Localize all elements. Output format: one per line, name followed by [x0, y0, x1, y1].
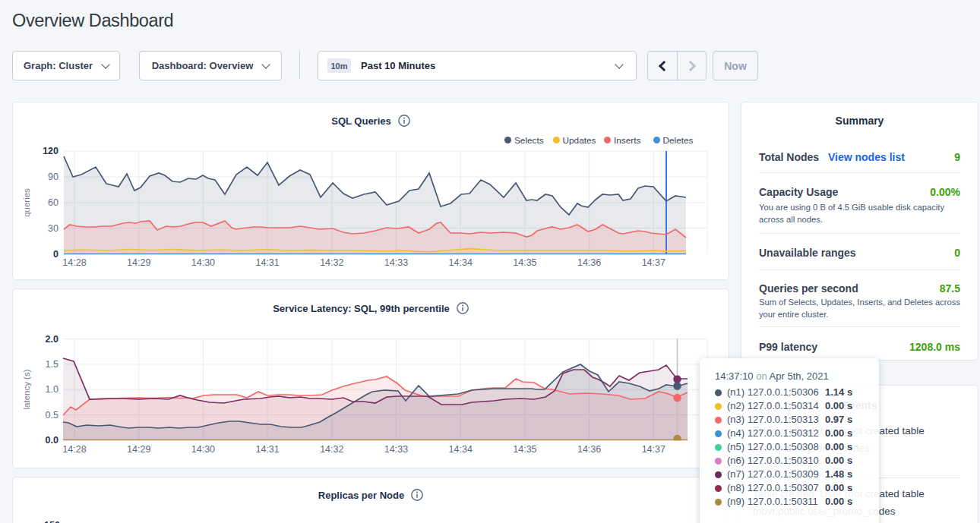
svg-text:2.0: 2.0	[46, 334, 58, 345]
svg-text:14:28: 14:28	[62, 257, 86, 268]
svg-text:14:30: 14:30	[191, 444, 215, 455]
svg-text:14:37: 14:37	[642, 257, 665, 268]
svg-text:14:29: 14:29	[127, 257, 150, 268]
svg-text:14:35: 14:35	[513, 444, 536, 455]
svg-text:1.5: 1.5	[46, 359, 58, 370]
svg-text:latency (s): latency (s)	[22, 369, 31, 409]
svg-text:14:32: 14:32	[320, 257, 343, 268]
svg-text:120: 120	[43, 146, 58, 156]
svg-text:60: 60	[48, 197, 58, 208]
svg-text:14:36: 14:36	[577, 444, 601, 455]
svg-text:14:37: 14:37	[642, 444, 665, 455]
svg-text:14:31: 14:31	[255, 444, 279, 455]
svg-text:14:31: 14:31	[255, 257, 279, 268]
svg-text:14:32: 14:32	[320, 444, 343, 455]
svg-text:90: 90	[48, 172, 58, 182]
svg-text:1.0: 1.0	[46, 384, 58, 395]
svg-text:queries: queries	[22, 188, 31, 217]
svg-text:14:29: 14:29	[127, 444, 150, 455]
svg-text:14:35: 14:35	[513, 257, 536, 268]
svg-text:0.0: 0.0	[46, 435, 58, 446]
svg-text:14:33: 14:33	[384, 444, 408, 455]
svg-text:14:36: 14:36	[577, 257, 601, 268]
svg-text:14:28: 14:28	[62, 444, 86, 455]
svg-text:0.5: 0.5	[46, 410, 58, 421]
svg-text:30: 30	[48, 223, 58, 234]
svg-text:14:34: 14:34	[449, 257, 473, 268]
svg-text:14:34: 14:34	[449, 444, 473, 455]
svg-text:14:30: 14:30	[191, 257, 215, 268]
svg-text:14:33: 14:33	[384, 257, 408, 268]
svg-text:0: 0	[53, 249, 58, 260]
